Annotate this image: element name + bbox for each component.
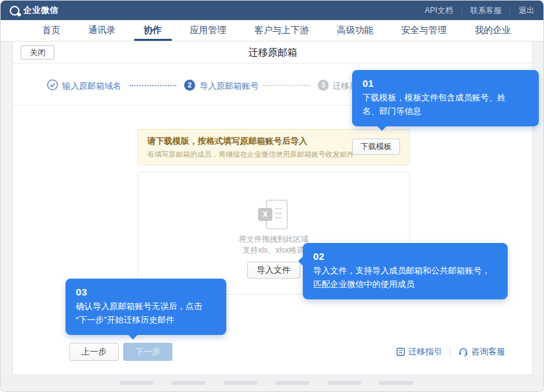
- main-nav: 首页 通讯录 协作 应用管理 客户与上下游 高级功能 安全与管理 我的企业: [1, 20, 543, 41]
- guide-tooltip-1: 01 下载模板，模板文件包含成员账号、姓 名、部门等信息: [352, 70, 539, 126]
- tooltip-text: 匹配企业微信中的使用成员: [313, 277, 497, 291]
- dropzone-hint-line1: 将文件拖拽到此区域: [239, 234, 309, 245]
- nav-item-contacts[interactable]: 通讯录: [87, 20, 117, 41]
- excel-x-badge: X: [258, 208, 272, 221]
- nav-item-home[interactable]: 首页: [41, 20, 62, 41]
- nav-item-customers[interactable]: 客户与上下游: [253, 20, 310, 41]
- step2-number: 2: [184, 80, 195, 91]
- contact-service-link[interactable]: 咨询客服: [458, 346, 505, 358]
- dropzone-hint-line2: 支持xls、xlsx格式: [242, 245, 304, 256]
- brand-name: 企业微信: [23, 5, 58, 16]
- logout-link[interactable]: 退出: [519, 5, 534, 16]
- step3-number: 3: [318, 80, 329, 91]
- step1-check-icon: [47, 79, 58, 91]
- tooltip-number: 02: [313, 249, 497, 264]
- step1-label: 输入原邮箱域名: [62, 80, 121, 92]
- nav-item-my-company[interactable]: 我的企业: [473, 20, 512, 41]
- guide-tooltip-3: 03 确认导入原邮箱账号无误后，点击 “下一步”开始迁移历史邮件: [65, 279, 226, 335]
- step2-label: 导入原邮箱账号: [200, 80, 259, 92]
- divider: ｜: [458, 6, 465, 16]
- close-button[interactable]: 关闭: [21, 45, 54, 60]
- tooltip-number: 03: [76, 285, 216, 299]
- next-step-button[interactable]: 下一步: [123, 343, 172, 361]
- nav-item-collaboration[interactable]: 协作: [143, 20, 163, 41]
- app-window: 企业微信 API文档 ｜ 联系客服 ｜ 退出 首页 通讯录 协作 应用管理 客户…: [0, 0, 544, 392]
- clipped-footer-links: [120, 381, 425, 385]
- help-links: 迁移指引 咨询客服: [396, 346, 505, 358]
- step-connector: [263, 85, 310, 86]
- panel-title: 迁移原邮箱: [13, 41, 532, 63]
- download-template-notice: 请下载模版，按格式填写原邮箱账号后导入 有填写原邮箱的成员，将继续在企业微信使用…: [137, 129, 410, 165]
- tooltip-text: 名、部门等信息: [362, 104, 528, 118]
- nav-item-advanced[interactable]: 高级功能: [335, 20, 374, 41]
- prev-step-button[interactable]: 上一步: [69, 343, 119, 361]
- tooltip-text: 确认导入原邮箱账号无误后，点击: [76, 299, 216, 313]
- contact-support-link[interactable]: 联系客服: [470, 5, 501, 16]
- migration-guide-link[interactable]: 迁移指引: [396, 346, 442, 358]
- nav-item-security[interactable]: 安全与管理: [400, 20, 448, 41]
- tooltip-text: 导入文件，支持导入成员邮箱和公共邮箱账号，: [313, 264, 497, 277]
- top-bar: 企业微信 API文档 ｜ 联系客服 ｜ 退出: [1, 1, 543, 20]
- migration-guide-label: 迁移指引: [408, 346, 442, 358]
- document-icon: [396, 347, 405, 356]
- guide-tooltip-2: 02 导入文件，支持导入成员邮箱和公共邮箱账号， 匹配企业微信中的使用成员: [303, 243, 508, 299]
- api-docs-link[interactable]: API文档: [425, 5, 453, 16]
- contact-service-label: 咨询客服: [471, 346, 505, 358]
- step-connector: [130, 85, 176, 86]
- headset-icon: [458, 347, 468, 356]
- excel-file-icon: X: [258, 200, 289, 229]
- tooltip-text: “下一步”开始迁移历史邮件: [76, 313, 216, 327]
- tooltip-text: 下载模板，模板文件包含成员账号、姓: [362, 91, 528, 104]
- wecom-logo-icon: [10, 6, 19, 16]
- import-file-button[interactable]: 导入文件: [247, 262, 300, 279]
- tooltip-number: 01: [362, 76, 528, 91]
- download-template-button[interactable]: 下载模板: [352, 139, 400, 155]
- topbar-links: API文档 ｜ 联系客服 ｜ 退出: [425, 5, 534, 16]
- nav-item-apps[interactable]: 应用管理: [189, 20, 228, 41]
- panel-header: 关闭 迁移原邮箱: [13, 41, 532, 63]
- divider: ｜: [506, 6, 514, 16]
- divider: [450, 348, 451, 356]
- brand: 企业微信: [10, 5, 58, 16]
